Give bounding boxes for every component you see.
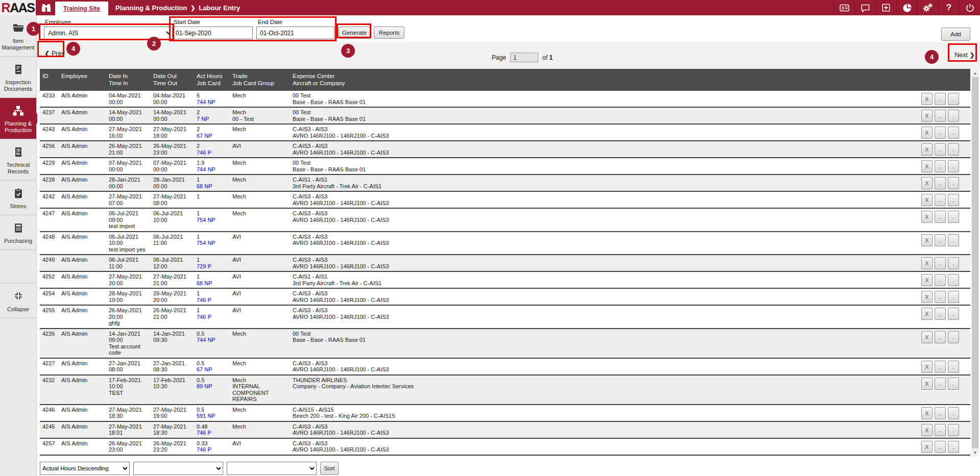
- reports-button[interactable]: Reports: [374, 27, 404, 39]
- edit-row-button[interactable]: ..: [935, 378, 946, 390]
- job-card-link[interactable]: 7 NP: [197, 116, 230, 122]
- job-card-link[interactable]: 729 P: [197, 263, 230, 270]
- job-card-link[interactable]: 67 NP: [197, 133, 230, 139]
- detail-row-button[interactable]: .: [948, 378, 959, 390]
- start-date-input[interactable]: [172, 27, 253, 39]
- sidebar-item-collapse[interactable]: Collapse: [0, 284, 36, 318]
- delete-row-button[interactable]: X: [921, 127, 933, 139]
- detail-row-button[interactable]: .: [948, 331, 959, 343]
- pie-chart-icon[interactable]: [896, 0, 917, 15]
- detail-row-button[interactable]: .: [948, 127, 959, 139]
- job-card-link[interactable]: 68 NP: [197, 183, 230, 190]
- detail-row-button[interactable]: .: [948, 424, 959, 436]
- edit-row-button[interactable]: ..: [935, 291, 946, 303]
- edit-row-button[interactable]: ..: [935, 110, 946, 122]
- delete-row-button[interactable]: X: [921, 274, 933, 286]
- job-card-link[interactable]: 744 NP: [197, 166, 230, 173]
- delete-row-button[interactable]: X: [921, 194, 933, 206]
- tab-training-site[interactable]: Training Site: [55, 2, 108, 15]
- delete-row-button[interactable]: X: [921, 308, 933, 320]
- sidebar-item-purchasing[interactable]: Purchasing: [0, 215, 36, 250]
- vertical-scrollbar[interactable]: ▲ ▼: [971, 69, 979, 457]
- delete-row-button[interactable]: X: [921, 361, 933, 373]
- edit-row-button[interactable]: ..: [935, 424, 946, 436]
- sort-select-3[interactable]: [227, 462, 317, 475]
- job-card-link[interactable]: 89 NP: [197, 383, 230, 390]
- detail-row-button[interactable]: .: [948, 234, 959, 246]
- detail-row-button[interactable]: .: [948, 160, 959, 172]
- binoculars-icon[interactable]: [37, 0, 55, 15]
- edit-row-button[interactable]: ..: [935, 274, 946, 286]
- settings-gears-icon[interactable]: [917, 0, 938, 15]
- edit-row-button[interactable]: ..: [935, 234, 946, 246]
- detail-row-button[interactable]: .: [948, 291, 959, 303]
- sort-select-2[interactable]: [133, 462, 223, 475]
- edit-row-button[interactable]: ..: [935, 211, 946, 223]
- edit-row-button[interactable]: ..: [935, 194, 946, 206]
- job-card-link[interactable]: 754 NP: [197, 240, 230, 246]
- job-card-link[interactable]: 746 P: [197, 430, 230, 436]
- job-card-link[interactable]: 67 NP: [197, 366, 230, 373]
- delete-row-button[interactable]: X: [921, 211, 933, 223]
- job-card-link[interactable]: 68 NP: [197, 280, 230, 287]
- delete-row-button[interactable]: X: [921, 160, 933, 172]
- sidebar-item-inspection-documents[interactable]: Inspection Documents: [0, 57, 36, 98]
- page-number-input[interactable]: [510, 53, 538, 62]
- edit-row-button[interactable]: ..: [935, 177, 946, 189]
- detail-row-button[interactable]: .: [948, 308, 959, 320]
- edit-row-button[interactable]: ..: [935, 257, 946, 269]
- job-card-link[interactable]: 754 NP: [197, 217, 230, 223]
- employee-select[interactable]: Admin, AIS: [44, 27, 173, 39]
- delete-row-button[interactable]: X: [921, 93, 933, 105]
- delete-row-button[interactable]: X: [921, 407, 933, 419]
- help-icon[interactable]: ?: [938, 0, 959, 15]
- delete-row-button[interactable]: X: [921, 234, 933, 246]
- detail-row-button[interactable]: .: [948, 143, 959, 156]
- sidebar-item-stores[interactable]: Stores: [0, 181, 36, 215]
- add-button[interactable]: Add: [941, 28, 970, 41]
- edit-row-button[interactable]: ..: [935, 143, 946, 156]
- delete-row-button[interactable]: X: [921, 424, 933, 436]
- scrollbar-thumb[interactable]: [972, 77, 978, 448]
- detail-row-button[interactable]: .: [948, 110, 959, 122]
- job-card-link[interactable]: 746 P: [197, 297, 230, 304]
- detail-row-button[interactable]: .: [948, 194, 959, 206]
- power-icon[interactable]: [959, 0, 980, 15]
- job-card-link[interactable]: 744 NP: [197, 99, 230, 106]
- edit-row-button[interactable]: ..: [935, 308, 946, 320]
- detail-row-button[interactable]: .: [948, 407, 959, 419]
- delete-row-button[interactable]: X: [921, 441, 933, 453]
- job-card-link[interactable]: 591 NP: [197, 413, 230, 419]
- edit-row-button[interactable]: ..: [935, 127, 946, 139]
- edit-row-button[interactable]: ..: [935, 93, 946, 105]
- edit-row-button[interactable]: ..: [935, 407, 946, 419]
- sort-button[interactable]: Sort: [320, 462, 339, 475]
- generate-button[interactable]: Generate: [339, 27, 370, 39]
- job-card-link[interactable]: 746 P: [197, 446, 230, 453]
- edit-row-button[interactable]: ..: [935, 160, 946, 172]
- delete-row-button[interactable]: X: [921, 257, 933, 269]
- chat-icon[interactable]: [854, 0, 875, 15]
- edit-row-button[interactable]: ..: [935, 331, 946, 343]
- detail-row-button[interactable]: .: [948, 441, 959, 453]
- prev-page-button[interactable]: ❮ Prev: [41, 49, 68, 58]
- detail-row-button[interactable]: .: [948, 211, 959, 223]
- delete-row-button[interactable]: X: [921, 110, 933, 122]
- delete-row-button[interactable]: X: [921, 331, 933, 343]
- job-card-link[interactable]: 746 P: [197, 314, 230, 320]
- add-window-icon[interactable]: [875, 0, 896, 15]
- detail-row-button[interactable]: .: [948, 274, 959, 286]
- delete-row-button[interactable]: X: [921, 177, 933, 189]
- detail-row-button[interactable]: .: [948, 93, 959, 105]
- delete-row-button[interactable]: X: [921, 378, 933, 390]
- detail-row-button[interactable]: .: [948, 257, 959, 269]
- sidebar-item-planning-production[interactable]: Planning & Production: [0, 98, 36, 139]
- job-card-link[interactable]: 746 P: [197, 149, 230, 156]
- delete-row-button[interactable]: X: [921, 143, 933, 156]
- id-card-icon[interactable]: [833, 0, 854, 15]
- edit-row-button[interactable]: ..: [935, 361, 946, 373]
- job-card-link[interactable]: 744 NP: [197, 337, 230, 343]
- end-date-input[interactable]: [256, 27, 334, 39]
- sort-select-1[interactable]: Actual Hours Descending: [40, 462, 130, 475]
- sidebar-item-item-management[interactable]: Item Management: [0, 15, 36, 57]
